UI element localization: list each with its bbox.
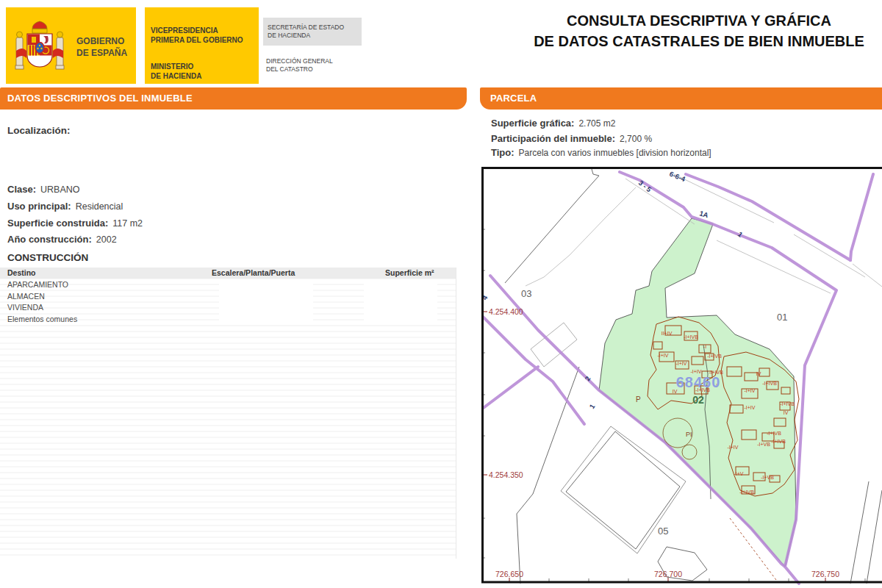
svg-text:-I: -I (703, 344, 706, 349)
svg-text:-I+IV: -I+IV (691, 369, 702, 374)
svg-text:-I+IVB: -I+IVB (771, 439, 786, 444)
svg-text:726.650: 726.650 (495, 570, 523, 578)
svg-text:4.254.400: 4.254.400 (489, 307, 523, 316)
field-tipo: Tipo:Parcela con varios inmuebles [divis… (491, 146, 711, 159)
field-ano-construccion: Año construcción:2002 (7, 233, 117, 245)
svg-text:-I+IVB: -I+IVB (739, 490, 754, 495)
participacion-label: Participación del inmueble: (491, 133, 615, 144)
svg-text:-I+IV: -I+IV (745, 405, 756, 410)
table-row: VIVIENDA (7, 302, 301, 313)
parcel-number-label: 68460 (676, 374, 721, 390)
col-destino: Destino (7, 268, 36, 279)
ministerio-label: MINISTERIO DE HACIENDA (151, 62, 201, 81)
tipo-value: Parcela con varios inmuebles [division h… (519, 148, 711, 158)
sup-grafica-label: Superficie gráfica: (491, 118, 574, 129)
svg-text:03: 03 (521, 288, 531, 299)
section-title-right: PARCELA (490, 93, 537, 104)
svg-text:-I+VB: -I+VB (761, 475, 774, 480)
cadastral-map: II+IV -I+IVB -I -I+IVB -I+IV -I+IV -I+IV… (481, 167, 882, 588)
section-bar-datos-descriptivos: DATOS DESCRIPTIVOS DEL INMUEBLE (0, 87, 467, 110)
spain-coat-of-arms-icon (15, 18, 65, 80)
uso-value: Residencial (76, 201, 123, 212)
svg-text:-I+IVB: -I+IVB (767, 431, 781, 436)
ministerio-block: VICEPRESIDENCIA PRIMERA DEL GOBIERNO MIN… (145, 7, 259, 84)
cadastral-document-page: GOBIERNO DE ESPAÑA VICEPRESIDENCIA PRIME… (0, 0, 882, 588)
svg-text:01: 01 (777, 312, 787, 323)
field-superficie-grafica: Superficie gráfica:2.705 m2 (491, 117, 615, 129)
svg-text:05: 05 (658, 526, 668, 537)
document-title-line1: CONSULTA DESCRIPTIVA Y GRÁFICA (567, 12, 831, 29)
cadastral-map-frame: II+IV -I+IVB -I -I+IVB -I+IV -I+IV -I+IV… (481, 167, 882, 588)
tipo-label: Tipo: (491, 147, 514, 158)
mark-p: P (636, 395, 641, 404)
svg-text:-I+IVB: -I+IVB (684, 334, 698, 340)
superficie-label: Superficie construida: (7, 218, 108, 229)
clase-label: Clase: (7, 184, 36, 195)
subparcel-label: 02 (692, 394, 704, 406)
svg-text:IV: IV (784, 410, 789, 415)
table-row: Elementos comunes (7, 314, 301, 325)
svg-text:726.750: 726.750 (811, 570, 839, 578)
secretaria-block: SECRETARÍA DE ESTADO DE HACIENDA (263, 18, 362, 46)
redacted-values-col3 (364, 279, 437, 325)
svg-text:II+IV: II+IV (662, 331, 673, 336)
col-superficie: Superficie m² (385, 268, 434, 279)
gobierno-de-espana-label: GOBIERNO DE ESPAÑA (76, 35, 127, 59)
vicepresidencia-label: VICEPRESIDENCIA PRIMERA DEL GOBIERNO (151, 26, 243, 45)
construccion-heading: CONSTRUCCIÓN (7, 252, 88, 263)
field-superficie-construida: Superficie construida:117 m2 (7, 217, 143, 229)
svg-text:-I+IV: -I+IV (676, 361, 687, 366)
ano-label: Año construcción: (7, 234, 92, 245)
sup-grafica-value: 2.705 m2 (578, 118, 615, 129)
svg-text:-I+IVB: -I+IVB (707, 354, 722, 359)
secretaria-label: SECRETARÍA DE ESTADO DE HACIENDA (268, 24, 344, 40)
clase-value: URBANO (40, 184, 79, 195)
ano-value: 2002 (96, 234, 117, 245)
direccion-general-label: DIRECCIÓN GENERAL DEL CATASTRO (266, 57, 362, 74)
construction-table-header: Destino Escalera/Planta/Puerta Superfici… (0, 268, 456, 279)
section-bar-parcela: PARCELA (480, 87, 882, 110)
svg-text:-I+V: -I+V (734, 471, 743, 476)
col-escalera: Escalera/Planta/Puerta (212, 268, 295, 279)
svg-text:-I+IVB: -I+IVB (762, 381, 777, 386)
svg-text:4.254.350: 4.254.350 (489, 470, 523, 479)
svg-text:-I+IV: -I+IV (728, 445, 739, 450)
svg-text:-I+IVB: -I+IVB (780, 401, 795, 406)
table-row: APARCAMIENTO (7, 279, 301, 290)
localizacion-label: Localización: (7, 125, 71, 136)
svg-text:-I+IV: -I+IV (745, 388, 756, 393)
field-clase: Clase:URBANO (7, 183, 80, 196)
field-uso-principal: Uso principal:Residencial (7, 200, 123, 212)
document-title-line2: DE DATOS CATASTRALES DE BIEN INMUEBLE (534, 33, 864, 50)
svg-text:IV: IV (756, 371, 761, 376)
mark-pi: PI (686, 431, 692, 438)
superficie-value: 117 m2 (112, 218, 143, 229)
participacion-value: 2,700 % (620, 134, 652, 144)
table-row: ALMACEN (7, 291, 301, 302)
gobierno-logo-block: GOBIERNO DE ESPAÑA (6, 7, 136, 84)
svg-text:-I+IV: -I+IV (658, 353, 669, 358)
field-participacion: Participación del inmueble:2,700 % (491, 132, 652, 145)
svg-text:-I+VB: -I+VB (757, 442, 770, 447)
svg-text:726.700: 726.700 (654, 570, 682, 578)
uso-label: Uso principal: (7, 201, 71, 212)
section-title-left: DATOS DESCRIPTIVOS DEL INMUEBLE (7, 93, 193, 104)
